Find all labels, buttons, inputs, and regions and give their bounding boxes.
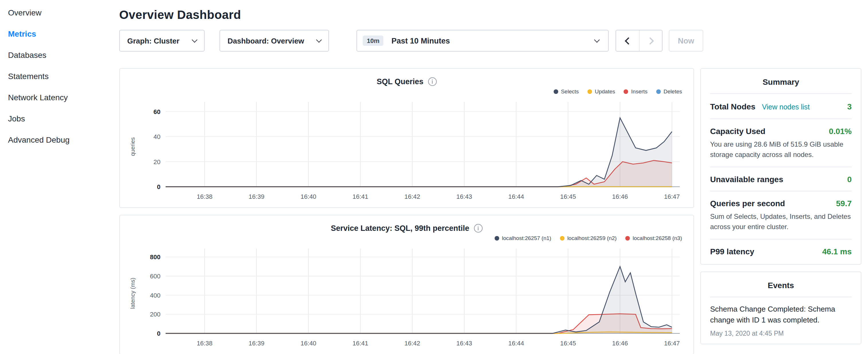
svg-text:queries: queries [129,137,136,156]
dashboard-body: SQL Queries i SelectsUpdatesInsertsDelet… [119,68,861,354]
chevron-left-icon [625,37,632,44]
sidebar-item-databases[interactable]: Databases [8,45,109,66]
summary-label: Queries per second [710,199,785,208]
dashboard-dropdown[interactable]: Dashboard: Overview [219,30,329,52]
chevron-down-icon [594,37,600,43]
svg-text:16:38: 16:38 [196,193,212,200]
svg-text:400: 400 [150,292,160,299]
sidebar-item-statements[interactable]: Statements [8,66,109,87]
view-nodes-list-link[interactable]: View nodes list [762,103,810,111]
info-icon[interactable]: i [428,77,437,86]
svg-text:16:46: 16:46 [612,340,628,347]
chart-legend: SelectsUpdatesInsertsDeletes [125,88,682,95]
svg-text:60: 60 [154,108,160,116]
legend-dot-icon [553,89,558,94]
svg-text:16:40: 16:40 [301,193,316,200]
summary-row-p99-latency: P99 latency 46.1 ms [710,239,852,263]
summary-description: You are using 28.6 MiB of 515.9 GiB usab… [710,139,852,160]
service-latency-chart-panel: Service Latency: SQL, 99th percentile i … [119,215,694,354]
legend-dot-icon [560,236,564,240]
legend-item[interactable]: Updates [587,88,615,95]
svg-text:16:38: 16:38 [196,340,212,347]
summary-label: Total Nodes [710,102,755,111]
chart-legend: localhost:26257 (n1)localhost:26259 (n2)… [125,234,682,242]
legend-dot-icon [625,236,630,240]
sidebar-nav: Overview Metrics Databases Statements Ne… [0,0,109,354]
svg-text:16:39: 16:39 [249,193,265,200]
summary-heading: Summary [710,69,852,94]
graph-scope-dropdown[interactable]: Graph: Cluster [119,30,205,52]
chart-title: Service Latency: SQL, 99th percentile [331,224,469,232]
svg-text:0: 0 [157,330,160,337]
summary-value: 59.7 [836,199,852,208]
svg-text:16:41: 16:41 [352,340,368,347]
info-icon[interactable]: i [474,224,483,232]
chevron-right-icon [646,37,653,44]
svg-text:16:43: 16:43 [456,193,472,200]
legend-item[interactable]: Selects [553,88,579,95]
events-heading: Events [710,272,852,297]
time-range-dropdown[interactable]: 10m Past 10 Minutes [356,30,609,52]
svg-text:600: 600 [150,273,160,280]
svg-text:16:46: 16:46 [612,193,628,200]
time-step-buttons [616,30,662,52]
event-timestamp: May 13, 2020 at 4:45 PM [710,330,852,336]
legend-item[interactable]: localhost:26258 (n3) [625,234,682,242]
events-panel: Events Schema Change Completed: Schema c… [700,271,861,344]
legend-item[interactable]: Deletes [656,88,682,95]
svg-text:16:39: 16:39 [249,340,265,347]
svg-text:16:47: 16:47 [664,193,680,200]
summary-value: 0.01% [829,127,852,136]
sidebar-item-metrics[interactable]: Metrics [8,24,109,45]
summary-panel: Summary Total Nodes View nodes list 3 [700,68,861,265]
summary-label: Capacity Used [710,127,766,136]
sidebar-item-jobs[interactable]: Jobs [8,108,109,129]
now-button[interactable]: Now [669,30,703,52]
sidebar-item-overview[interactable]: Overview [8,2,109,24]
legend-dot-icon [656,89,661,94]
right-column: Summary Total Nodes View nodes list 3 [700,68,861,344]
time-range-label: Past 10 Minutes [392,36,450,45]
svg-text:40: 40 [154,133,160,140]
svg-text:latency (ms): latency (ms) [129,278,136,309]
page-title: Overview Dashboard [119,8,861,22]
summary-row-capacity-used: Capacity Used 0.01% You are using 28.6 M… [710,119,852,167]
svg-text:16:44: 16:44 [508,193,524,200]
sidebar-item-advanced-debug[interactable]: Advanced Debug [8,129,109,151]
charts-column: SQL Queries i SelectsUpdatesInsertsDelet… [119,68,694,354]
graph-scope-label: Graph: Cluster [127,36,179,45]
svg-text:16:41: 16:41 [352,193,368,200]
legend-dot-icon [624,89,628,94]
svg-text:16:42: 16:42 [404,340,420,347]
service-latency-line-chart: 16:3816:3916:4016:4116:4216:4316:4416:45… [125,243,688,352]
legend-item[interactable]: localhost:26257 (n1) [494,234,551,242]
svg-text:16:45: 16:45 [560,193,576,200]
chart-title: SQL Queries [376,77,423,86]
summary-row-unavailable-ranges: Unavailable ranges 0 [710,167,852,191]
svg-text:16:45: 16:45 [560,340,576,347]
svg-text:200: 200 [150,311,160,318]
svg-text:16:44: 16:44 [508,340,524,347]
event-message: Schema Change Completed: Schema change w… [710,304,852,326]
event-item[interactable]: Schema Change Completed: Schema change w… [710,297,852,342]
legend-dot-icon [494,236,499,240]
svg-text:800: 800 [150,254,160,261]
summary-label: Unavailable ranges [710,175,783,184]
time-step-back-button[interactable] [616,30,639,51]
time-step-forward-button[interactable] [639,30,662,51]
summary-description: Sum of Selects, Updates, Inserts, and De… [710,212,852,232]
chevron-down-icon [192,37,197,43]
legend-dot-icon [587,89,592,94]
summary-row-queries-per-second: Queries per second 59.7 Sum of Selects, … [710,191,852,239]
svg-text:16:43: 16:43 [456,340,472,347]
summary-row-total-nodes: Total Nodes View nodes list 3 [710,94,852,119]
main-content: Overview Dashboard Graph: Cluster Dashbo… [109,0,868,354]
legend-item[interactable]: Inserts [624,88,648,95]
summary-value: 0 [847,175,852,184]
time-range-badge: 10m [363,35,383,46]
svg-text:16:47: 16:47 [664,340,680,347]
sidebar-item-network-latency[interactable]: Network Latency [8,87,109,108]
svg-text:20: 20 [154,158,160,165]
legend-item[interactable]: localhost:26259 (n2) [560,234,617,242]
sql-queries-line-chart: 16:3816:3916:4016:4116:4216:4316:4416:45… [125,96,688,205]
